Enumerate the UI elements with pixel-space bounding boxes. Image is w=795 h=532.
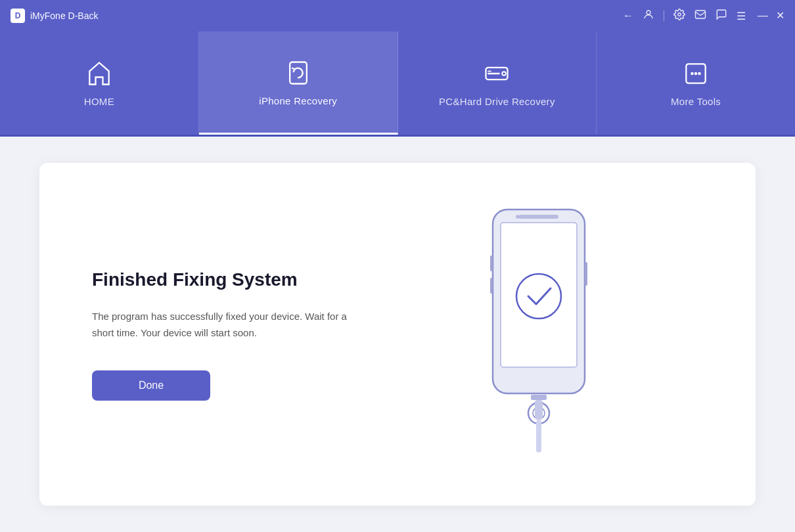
svg-rect-22 — [490, 255, 493, 271]
nav-label-iphone-recovery: iPhone Recovery — [259, 95, 337, 106]
main-heading: Finished Fixing System — [92, 268, 434, 292]
app-logo: D — [11, 9, 25, 23]
mail-icon[interactable] — [694, 9, 706, 23]
refresh-icon — [284, 58, 313, 87]
content-left: Finished Fixing System The program has s… — [92, 268, 434, 400]
content-card: Finished Fixing System The program has s… — [39, 163, 756, 506]
svg-rect-14 — [519, 215, 558, 219]
minimize-icon[interactable]: — — [758, 11, 768, 21]
divider — [664, 11, 664, 21]
nav-item-pc-harddrive[interactable]: PC&Hard Drive Recovery — [398, 32, 597, 135]
svg-point-10 — [694, 72, 698, 76]
nav-item-home[interactable]: HOME — [0, 32, 199, 135]
close-icon[interactable]: ✕ — [776, 11, 784, 21]
account-icon[interactable] — [643, 9, 654, 23]
share-icon[interactable]: ← — [623, 10, 633, 22]
nav-item-iphone-recovery[interactable]: iPhone Recovery — [199, 32, 398, 135]
svg-point-5 — [503, 72, 507, 76]
svg-rect-23 — [490, 278, 493, 294]
nav-label-more-tools: More Tools — [671, 96, 721, 107]
main-description: The program has successfully fixed your … — [92, 308, 368, 342]
svg-rect-3 — [290, 62, 307, 83]
svg-point-9 — [691, 72, 694, 76]
app-title: iMyFone D-Back — [30, 11, 98, 21]
more-icon — [681, 59, 710, 88]
title-bar-actions: ← ☰ — ✕ — [623, 9, 784, 23]
content-right — [473, 203, 604, 466]
app-info: D iMyFone D-Back — [11, 9, 98, 23]
done-button[interactable]: Done — [92, 370, 210, 401]
svg-point-1 — [678, 13, 681, 16]
chat-icon[interactable] — [716, 9, 727, 23]
svg-rect-19 — [531, 395, 547, 400]
title-bar: D iMyFone D-Back ← ☰ — ✕ — [0, 0, 795, 32]
svg-point-0 — [647, 11, 650, 14]
svg-point-11 — [698, 72, 701, 76]
nav-label-home: HOME — [84, 96, 114, 107]
svg-rect-24 — [585, 262, 587, 286]
phone-illustration — [473, 203, 604, 466]
svg-rect-13 — [501, 223, 577, 367]
svg-rect-2 — [696, 11, 706, 18]
nav-item-more-tools[interactable]: More Tools — [597, 32, 795, 135]
svg-point-15 — [516, 215, 520, 219]
harddrive-icon — [482, 59, 511, 88]
settings-icon[interactable] — [673, 9, 685, 23]
nav-bar: HOME iPhone Recovery PC&Hard Drive Recov… — [0, 32, 795, 137]
main-content: Finished Fixing System The program has s… — [0, 137, 795, 532]
home-icon — [85, 59, 114, 88]
svg-rect-20 — [535, 400, 543, 420]
nav-label-pc-harddrive: PC&Hard Drive Recovery — [439, 96, 555, 107]
window-controls: — ✕ — [758, 11, 784, 21]
menu-icon[interactable]: ☰ — [737, 10, 746, 22]
svg-rect-21 — [536, 420, 541, 453]
